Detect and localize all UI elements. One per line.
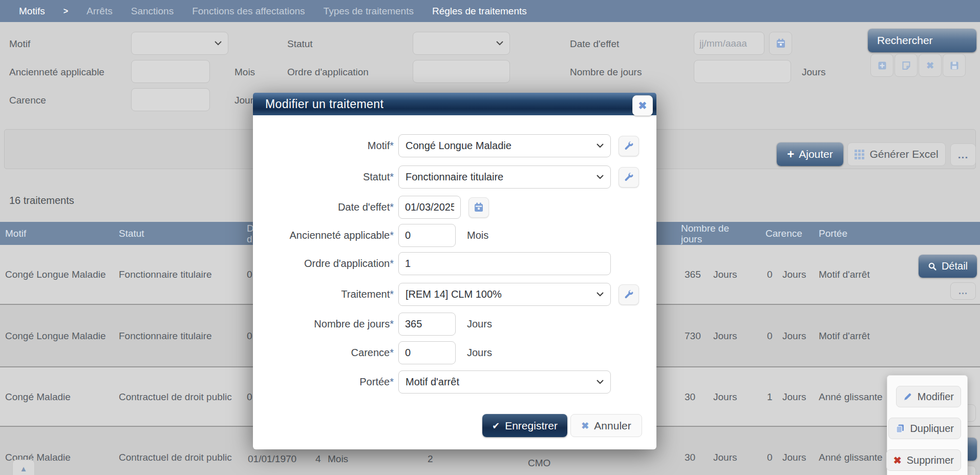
magnifier-icon [928,262,937,271]
column-header-portee[interactable]: Portée [819,222,847,245]
breadcrumb-root[interactable]: Motifs [19,6,45,17]
column-header-nb-jours[interactable]: Nombre de jours [681,222,729,245]
filter-note-button[interactable] [894,54,918,77]
scroll-to-top-button[interactable]: ▲ [12,460,35,475]
x-icon: ✖ [926,60,934,71]
search-button[interactable]: Rechercher [868,29,976,52]
modal-motif-label: Motif* [253,140,394,152]
modal-field-traitement: Traitement* [REM 14] CLM 100% [253,283,639,306]
wrench-icon [624,172,634,182]
filter-carence-input[interactable] [131,88,210,111]
plus-square-icon [877,60,887,71]
column-header-statut[interactable]: Statut [119,222,144,245]
add-button[interactable]: + Ajouter [777,142,843,166]
cancel-button-label: Annuler [594,420,631,432]
filter-save-button[interactable] [943,54,966,77]
save-icon [949,60,960,71]
save-button-label: Enregistrer [505,420,558,432]
modal-anciennete-unit: Mois [467,230,488,241]
filter-clear-button[interactable]: ✖ [919,54,942,77]
generate-excel-button[interactable]: Générer Excel [847,142,946,166]
context-menu-supprimer[interactable]: ✖ Supprimer [886,449,961,471]
chevron-down-icon [496,41,503,46]
context-menu-modifier-label: Modifier [918,391,954,403]
cell-nb-jours-unit: Jours [713,305,737,366]
filter-add-criteria-button[interactable] [870,54,893,77]
cell-nb-jours: 365 [685,245,701,304]
modal-date-input[interactable] [398,196,461,219]
cell-nb-jours: 30 [685,427,695,475]
modal-traitement-select[interactable]: [REM 14] CLM 100% [398,283,611,306]
close-icon: ✖ [638,99,647,112]
modal-statut-select[interactable]: Fonctionnaire titulaire [398,166,611,189]
delete-x-icon: ✖ [893,455,902,466]
cancel-button[interactable]: ✖ Annuler [570,414,642,437]
note-icon [901,60,911,71]
nav-item-sanctions[interactable]: Sanctions [131,6,174,17]
nav-item-regles-traitements[interactable]: Régles de traitements [432,6,527,17]
modal-portee-value: Motif d'arrêt [406,376,459,388]
save-button[interactable]: ✔ Enregistrer [482,414,567,437]
breadcrumb-separator: > [63,7,68,16]
filter-date-effet-label: Date d'effet [570,38,619,50]
column-header-nb-line1: Nombre de [681,223,729,234]
column-header-motif[interactable]: Motif [5,222,26,245]
nav-item-arrets[interactable]: Arrêts [87,6,113,17]
modal-anciennete-input[interactable] [398,224,456,247]
modal-nb-jours-input[interactable] [398,313,456,336]
modal-ordre-input[interactable] [398,252,611,275]
modal-traitement-label: Traitement* [253,288,394,300]
modal-header: Modifier un traitement [253,93,656,115]
cell-motif: Congé Longue Maladie [5,245,110,304]
cell-portee: Anné glissante [819,427,883,475]
filter-calendar-button[interactable] [769,32,792,55]
results-count: 16 traitements [9,195,74,206]
filter-statut-select[interactable] [413,32,510,55]
modal-field-statut: Statut* Fonctionnaire titulaire [253,166,639,189]
context-menu-supprimer-label: Supprimer [907,455,954,466]
calendar-icon [473,202,484,213]
context-menu-dupliquer[interactable]: Dupliquer [888,418,961,439]
cell-date-effet: 0 [247,367,252,426]
cell-nb-jours-unit: Jours [713,367,737,426]
modal-traitement-config-button[interactable] [619,284,639,305]
modal-statut-config-button[interactable] [619,167,639,188]
filter-date-effet-input[interactable] [694,32,764,55]
generate-excel-label: Générer Excel [869,148,938,160]
wrench-icon [624,141,634,151]
modal-nb-jours-unit: Jours [467,318,492,330]
context-menu-modifier[interactable]: Modifier [896,386,961,407]
filter-nb-jours-input[interactable] [694,60,791,83]
modal-title: Modifier un traitement [265,97,384,111]
modal-nb-jours-label: Nombre de jours* [253,318,394,330]
filter-ordre-input[interactable] [413,60,510,83]
modal-motif-config-button[interactable] [619,136,639,156]
filter-anciennete-input[interactable] [131,60,210,83]
modal-field-motif: Motif* Congé Longue Maladie [253,134,639,157]
required-mark: * [390,347,394,358]
modal-portee-select[interactable]: Motif d'arrêt [398,370,611,394]
modal-close-button[interactable]: ✖ [632,95,653,116]
modal-carence-label: Carence* [253,347,394,359]
top-navbar: Motifs > Arrêts Sanctions Fonctions des … [0,0,980,22]
modal-motif-value: Congé Longue Maladie [406,140,512,152]
edit-treatment-modal: Modifier un traitement ✖ Motif* Congé Lo… [253,93,656,449]
toolbar-more-button[interactable]: ... [950,143,976,166]
chevron-down-icon [596,380,604,384]
modal-anciennete-label: Ancienneté applicable* [253,230,394,241]
column-header-carence[interactable]: Carence [765,222,802,245]
row-more-button[interactable]: ... [950,282,976,300]
nav-item-types-traitements[interactable]: Types de traitements [324,6,414,17]
modal-carence-unit: Jours [467,347,492,359]
modal-carence-input[interactable] [398,341,456,364]
modal-motif-select[interactable]: Congé Longue Maladie [398,134,611,157]
modal-calendar-button[interactable] [468,197,489,218]
modal-statut-label: Statut* [253,171,394,183]
nav-item-fonctions-affectations[interactable]: Fonctions des affectations [192,6,305,17]
filter-motif-select[interactable] [131,32,228,55]
cell-carence-unit: Jours [782,367,806,426]
cell-nb-jours: 730 [685,305,701,366]
cell-motif: Congé Longue Maladie [5,305,110,366]
row-context-menu: Modifier Dupliquer ✖ Supprimer [887,375,968,475]
detail-button[interactable]: Détail [919,255,977,278]
